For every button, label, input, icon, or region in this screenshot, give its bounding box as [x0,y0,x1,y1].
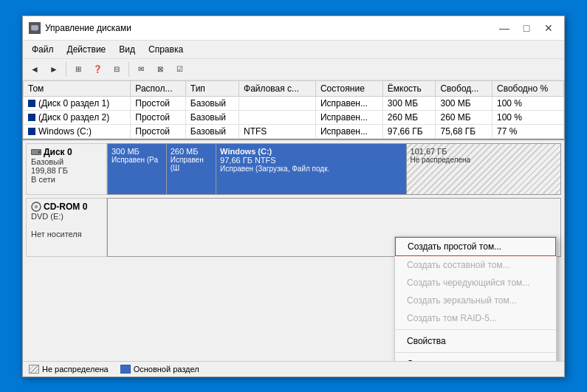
maximize-button[interactable]: □ [517,21,536,35]
title-buttons: — □ ✕ [495,21,558,35]
main-window: Управление дисками — □ ✕ Файл Действие В… [22,16,565,377]
row-pct: 100 % [492,96,563,110]
row-cap: 300 МБ [382,96,436,110]
row-loc: Простой [131,110,186,124]
ctx-properties[interactable]: Свойства [395,332,556,350]
col-free: Свобод... [436,80,492,96]
row-cap: 97,66 ГБ [382,124,436,138]
toolbar-btn-2[interactable]: ❓ [89,61,106,78]
toolbar-btn-1[interactable]: ⊞ [69,61,87,78]
disk0-row: Диск 0 Базовый 199,88 ГБ В сети 300 МБ И… [26,143,561,195]
forward-button[interactable]: ► [45,61,63,78]
unalloc-size: 101,67 ГБ [411,147,557,156]
disk-indicator [28,100,35,107]
ctx-create-mirror: Создать зеркальный том... [395,292,556,309]
row-type: Базовый [185,110,238,124]
ctx-create-simple[interactable]: Создать простой том... [395,237,556,256]
legend-bar: Не распределена Основной раздел [23,361,564,376]
toolbar-sep-2 [128,62,129,77]
back-button[interactable]: ◄ [26,61,44,78]
col-status: Состояние [315,80,382,96]
row-status: Исправен... [315,96,382,110]
row-name: (Диск 0 раздел 2) [24,110,131,124]
disk-graph-area: Диск 0 Базовый 199,88 ГБ В сети 300 МБ И… [23,140,564,361]
svg-rect-1 [32,30,37,31]
disk-table-area: Том Распол... Тип Файловая с... Состояни… [23,80,564,140]
disk-indicator [28,128,35,135]
context-menu: Создать простой том... Создать составной… [394,236,557,361]
cdrom-name: CD-ROM 0 [31,202,102,212]
legend-unalloc: Не распределена [29,365,109,374]
ctx-help[interactable]: Справка [395,355,556,361]
legend-unalloc-box [29,365,39,374]
row-fs [239,110,316,124]
part3-name: Windows (C:) [220,147,402,156]
minimize-button[interactable]: — [495,21,514,35]
ctx-sep-1 [395,329,556,330]
svg-point-4 [38,151,41,153]
row-pct: 77 % [492,124,563,138]
disk-indicator [28,114,35,121]
row-free: 260 МБ [436,110,492,124]
row-name: Windows (C:) [24,124,131,138]
part1-size: 300 МБ [111,147,162,156]
close-button[interactable]: ✕ [539,21,558,35]
partition-2[interactable]: 260 МБ Исправен (Ш [167,144,216,194]
row-fs [239,96,316,110]
toolbar-sep-1 [66,62,66,77]
cdrom-label: CD-ROM 0 DVD (E:) Нет носителя [26,198,107,257]
svg-point-7 [35,206,37,207]
toolbar-btn-3[interactable]: ⊟ [108,61,126,78]
table-header-row: Том Распол... Тип Файловая с... Состояни… [24,80,564,96]
menu-help[interactable]: Справка [143,42,189,57]
part2-size: 260 МБ [171,147,212,156]
toolbar-btn-5[interactable]: ⊠ [151,61,169,78]
col-type: Тип [185,80,238,96]
col-free-pct: Свободно % [492,80,563,96]
menu-file[interactable]: Файл [26,42,60,57]
table-row[interactable]: (Диск 0 раздел 1) Простой Базовый Исправ… [24,96,564,110]
ctx-create-raid5: Создать том RAID-5... [395,309,556,327]
part1-status: Исправен (Ра [111,156,162,164]
col-tom: Том [24,80,131,96]
toolbar-btn-4[interactable]: ✉ [132,61,150,78]
ctx-create-composite: Создать составной том... [395,256,556,274]
toolbar: ◄ ► ⊞ ❓ ⊟ ✉ ⊠ ☑ [23,59,564,80]
row-name: (Диск 0 раздел 1) [24,96,131,110]
cdrom-type: DVD (E:) [31,212,102,221]
row-loc: Простой [131,96,186,110]
partition-unalloc[interactable]: 101,67 ГБ Не распределена ◄ [407,144,560,194]
unalloc-status: Не распределена [411,156,557,164]
disk0-title: Диск 0 [44,147,72,157]
disk-table: Том Распол... Тип Файловая с... Состояни… [23,80,564,139]
part3-status: Исправен (Загрузка, Файл подк. [220,165,402,173]
menu-view[interactable]: Вид [113,42,141,57]
svg-rect-0 [31,25,38,30]
menu-action[interactable]: Действие [61,42,112,57]
ctx-create-striped: Создать чередующийся том... [395,274,556,292]
disk0-name: Диск 0 [31,147,102,157]
title-bar: Управление дисками — □ ✕ [23,16,564,41]
part2-status: Исправен (Ш [171,156,212,172]
table-row[interactable]: Windows (C:) Простой Базовый NTFS Исправ… [24,124,564,138]
toolbar-btn-6[interactable]: ☑ [171,61,188,78]
cdrom-title: CD-ROM 0 [44,202,87,212]
partition-1[interactable]: 300 МБ Исправен (Ра [108,144,167,194]
legend-primary: Основной раздел [120,365,199,374]
row-free: 300 МБ [436,96,492,110]
row-fs: NTFS [239,124,316,138]
content-area: Том Распол... Тип Файловая с... Состояни… [23,80,564,376]
disk0-label: Диск 0 Базовый 199,88 ГБ В сети [26,143,107,195]
arrow-indicator: ◄ [557,159,560,179]
col-fs: Файловая с... [239,80,316,96]
row-free: 75,68 ГБ [436,124,492,138]
cdrom-status: Нет носителя [31,230,102,238]
ctx-sep-2 [395,352,556,353]
table-row[interactable]: (Диск 0 раздел 2) Простой Базовый Исправ… [24,110,564,124]
part3-size: 97,66 ГБ NTFS [220,156,402,165]
partition-windows[interactable]: Windows (C:) 97,66 ГБ NTFS Исправен (Заг… [216,144,406,194]
cdrom-icon [31,202,41,212]
col-loc: Распол... [131,80,186,96]
legend-primary-box [120,365,131,374]
legend-primary-label: Основной раздел [134,365,199,374]
